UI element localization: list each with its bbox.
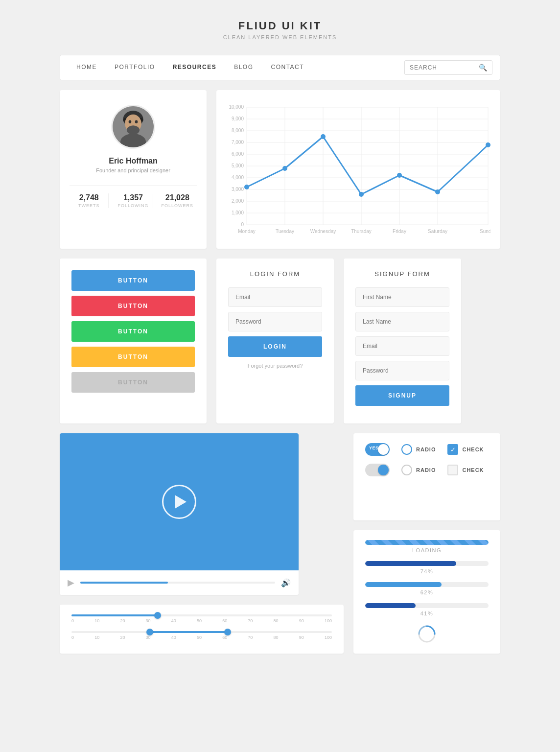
checkbox-unchecked[interactable]: CHECK bbox=[447, 465, 484, 475]
svg-text:Wednesday: Wednesday bbox=[310, 229, 336, 234]
nav-item-portfolio[interactable]: PORTFOLIO bbox=[106, 55, 164, 80]
radio-circle-2[interactable] bbox=[401, 465, 412, 475]
toggle-on[interactable]: YES bbox=[365, 443, 390, 456]
svg-text:1,000: 1,000 bbox=[232, 210, 244, 215]
nav-item-blog[interactable]: BLOG bbox=[225, 55, 262, 80]
buttons-card: BUTTON BUTTON BUTTON BUTTON BUTTON bbox=[60, 258, 207, 423]
button-blue[interactable]: BUTTON bbox=[71, 270, 195, 291]
loading-bar-62-fill bbox=[365, 582, 442, 587]
slider-2-thumb-left[interactable] bbox=[146, 629, 153, 635]
search-input[interactable] bbox=[410, 64, 479, 71]
radio-off-1[interactable]: RADIO bbox=[401, 444, 436, 455]
signup-lastname-input[interactable] bbox=[355, 312, 449, 331]
volume-icon[interactable]: 🔊 bbox=[281, 578, 291, 588]
nav-item-contact[interactable]: CONTACT bbox=[262, 55, 313, 80]
site-title: FLIUD UI KIT bbox=[60, 20, 500, 32]
video-progress-track[interactable] bbox=[80, 582, 275, 584]
svg-point-38 bbox=[282, 166, 287, 171]
slider-2-labels: 0 10 20 30 40 50 60 70 80 90 100 bbox=[71, 635, 332, 640]
radio-circle-1[interactable] bbox=[401, 444, 412, 455]
loading-bar-striped-track bbox=[365, 540, 489, 545]
checkbox-checked[interactable]: ✓ CHECK bbox=[447, 444, 484, 455]
video-screen[interactable] bbox=[60, 433, 299, 570]
stat-following: 1,357 FOLLOWING bbox=[114, 193, 153, 208]
loading-bar-74-group: 74% bbox=[365, 561, 489, 574]
toggle-no[interactable]: NO bbox=[365, 464, 390, 476]
video-play-icon[interactable]: ▶ bbox=[68, 577, 74, 588]
slider-1-labels: 0 10 20 30 40 50 60 70 80 90 100 bbox=[71, 618, 332, 623]
svg-text:4,000: 4,000 bbox=[232, 175, 244, 180]
svg-text:Monday: Monday bbox=[238, 229, 256, 234]
signup-button[interactable]: SIGNUP bbox=[355, 385, 449, 406]
svg-text:Tuesday: Tuesday bbox=[276, 229, 294, 234]
slider-1-track[interactable] bbox=[71, 614, 332, 616]
svg-text:7,000: 7,000 bbox=[232, 140, 244, 145]
login-button[interactable]: LOGIN bbox=[228, 336, 322, 357]
search-box[interactable]: 🔍 bbox=[404, 60, 492, 75]
slider-2-fill bbox=[150, 631, 228, 633]
video-controls: ▶ 🔊 bbox=[60, 570, 299, 595]
video-player-card: ▶ 🔊 bbox=[60, 433, 299, 595]
stat-followers-value: 21,028 bbox=[158, 193, 197, 202]
radio-off-2[interactable]: RADIO bbox=[401, 465, 436, 475]
line-chart: 10,000 9,000 8,000 7,000 6,000 5,000 4,0… bbox=[226, 100, 490, 237]
button-red[interactable]: BUTTON bbox=[71, 296, 195, 316]
slider-2-thumb-right[interactable] bbox=[224, 629, 231, 635]
slider-2-row: 0 10 20 30 40 50 60 70 80 90 100 bbox=[71, 631, 332, 640]
row-video-controls: ▶ 🔊 0 10 2 bbox=[60, 433, 500, 654]
loading-pct-41: 41% bbox=[365, 611, 489, 616]
svg-text:10,000: 10,000 bbox=[229, 104, 244, 110]
login-form-card: LOGIN FORM LOGIN Forgot your password? bbox=[216, 258, 334, 423]
login-password-input[interactable] bbox=[228, 312, 322, 331]
stat-followers-label: FOLLOWERS bbox=[158, 203, 197, 208]
slider-1-row: 0 10 20 30 40 50 60 70 80 90 100 bbox=[71, 614, 332, 623]
stat-followers: 21,028 FOLLOWERS bbox=[158, 193, 197, 208]
stat-following-value: 1,357 bbox=[114, 193, 152, 202]
button-green[interactable]: BUTTON bbox=[71, 321, 195, 342]
checkbox-label-checked: CHECK bbox=[462, 446, 484, 452]
button-gray[interactable]: BUTTON bbox=[71, 372, 195, 393]
profile-stats: 2,748 TWEETS 1,357 FOLLOWING 21,028 FOLL… bbox=[70, 185, 197, 208]
nav-bar: HOME PORTFOLIO RESOURCES BLOG CONTACT 🔍 bbox=[60, 55, 500, 80]
svg-text:Sunday: Sunday bbox=[480, 229, 490, 234]
avatar-image bbox=[113, 105, 154, 149]
signup-email-input[interactable] bbox=[355, 336, 449, 356]
loading-bar-41-fill bbox=[365, 603, 416, 608]
login-email-input[interactable] bbox=[228, 287, 322, 307]
slider-1-thumb[interactable] bbox=[154, 612, 161, 619]
search-icon: 🔍 bbox=[479, 64, 487, 71]
svg-point-42 bbox=[435, 189, 440, 194]
button-yellow[interactable]: BUTTON bbox=[71, 347, 195, 367]
stat-following-label: FOLLOWING bbox=[114, 203, 152, 208]
slider-2-track[interactable] bbox=[71, 631, 332, 633]
checkbox-box-unchecked[interactable] bbox=[447, 465, 458, 475]
svg-point-5 bbox=[129, 120, 132, 123]
checkbox-label-unchecked: CHECK bbox=[462, 467, 484, 473]
play-icon bbox=[175, 495, 187, 509]
toggle-yes[interactable]: YES bbox=[365, 443, 390, 456]
loading-bar-62-group: 62% bbox=[365, 582, 489, 595]
signup-password-input[interactable] bbox=[355, 361, 449, 380]
svg-point-37 bbox=[244, 185, 249, 189]
signup-firstname-input[interactable] bbox=[355, 287, 449, 307]
svg-point-40 bbox=[359, 192, 364, 197]
loading-bar-striped-fill bbox=[365, 540, 489, 545]
nav-item-home[interactable]: HOME bbox=[68, 55, 106, 80]
svg-text:3,000: 3,000 bbox=[232, 187, 244, 192]
row-buttons-forms: BUTTON BUTTON BUTTON BUTTON BUTTON LOGIN… bbox=[60, 258, 500, 423]
svg-point-6 bbox=[135, 120, 138, 123]
svg-text:5,000: 5,000 bbox=[232, 163, 244, 168]
svg-point-41 bbox=[397, 173, 402, 178]
forgot-password-link[interactable]: Forgot your password? bbox=[228, 363, 322, 369]
toggle-off[interactable]: NO bbox=[365, 464, 390, 476]
stat-tweets-value: 2,748 bbox=[70, 193, 108, 202]
video-progress-fill bbox=[80, 582, 168, 584]
loading-pct-62: 62% bbox=[365, 589, 489, 595]
svg-text:2,000: 2,000 bbox=[232, 198, 244, 204]
nav-item-resources[interactable]: RESOURCES bbox=[164, 55, 226, 80]
loading-bar-41-group: 41% bbox=[365, 603, 489, 616]
slider-1-fill bbox=[71, 614, 158, 616]
checkbox-box-checked[interactable]: ✓ bbox=[447, 444, 458, 455]
play-button[interactable] bbox=[162, 485, 196, 519]
site-subtitle: CLEAN LAYERED WEB ELEMENTS bbox=[60, 34, 500, 40]
